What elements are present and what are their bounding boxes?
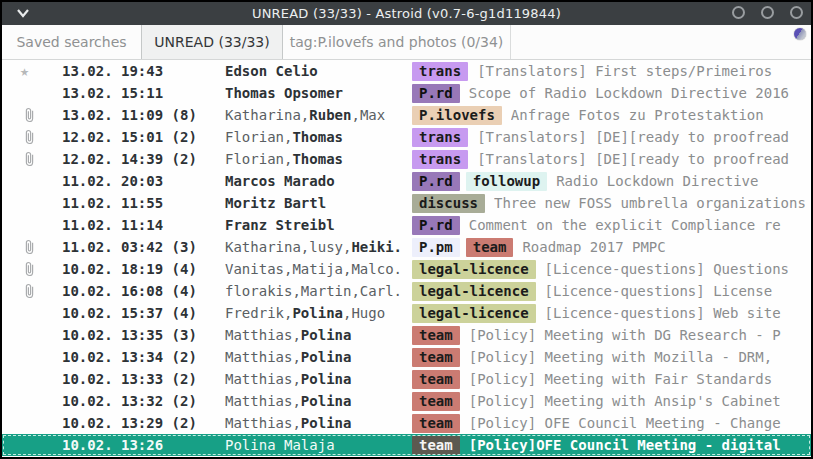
thread-subject: [Translators] First steps/Primeiros — [477, 63, 811, 79]
thread-date: 10.02. 13:29 (2) — [62, 415, 225, 431]
tag-legal-licence: legal-licence — [412, 260, 536, 279]
tab-saved-searches[interactable]: Saved searches — [2, 25, 141, 59]
attachment-icon — [24, 151, 35, 167]
thread-row[interactable]: 10.02. 16:08 (4) florakis,Martin,Carl. l… — [2, 280, 811, 302]
thread-subject: [Policy]OFE Council Meeting - digital — [469, 437, 811, 453]
tag-team: team — [412, 348, 460, 367]
thread-authors: Matthias,Polina — [225, 415, 412, 431]
thread-date: 10.02. 16:08 (4) — [62, 283, 225, 299]
tag-legal-licence: legal-licence — [412, 282, 536, 301]
tag-team: team — [412, 370, 460, 389]
author-name: Thomas — [292, 129, 343, 145]
tag-P.rd: P.rd — [412, 172, 460, 191]
row-icon-cell — [2, 107, 62, 123]
thread-date: 12.02. 15:01 (2) — [62, 129, 225, 145]
row-icon-cell — [2, 129, 62, 145]
author-name: Matthias, — [225, 371, 301, 387]
thread-date: 11.02. 03:42 (3) — [62, 239, 225, 255]
window-control-button[interactable] — [761, 6, 774, 19]
thread-date: 12.02. 14:39 (2) — [62, 151, 225, 167]
author-name: Franz Streibl — [225, 217, 335, 233]
attachment-icon — [24, 107, 35, 123]
author-name: Thomas — [292, 151, 343, 167]
thread-date: 13.02. 11:09 (8) — [62, 107, 225, 123]
thread-tags: P.rd — [412, 84, 460, 103]
thread-row[interactable]: 11.02. 03:42 (3) Katharina,lusy,Heiki. P… — [2, 236, 811, 258]
thread-authors: Polina Malaja — [225, 437, 412, 453]
thread-tags: legal-licence — [412, 260, 536, 279]
thread-row[interactable]: 10.02. 13:33 (2) Matthias,Polina team [P… — [2, 368, 811, 390]
thread-row[interactable]: 10.02. 13:26 Polina Malaja team [Policy]… — [2, 434, 811, 456]
thread-tags: P.rdfollowup — [412, 172, 547, 191]
attachment-icon — [24, 261, 35, 277]
thread-row[interactable]: 13.02. 11:09 (8) Katharina,Ruben,Max P.i… — [2, 104, 811, 126]
thread-date: 10.02. 15:37 (4) — [62, 305, 225, 321]
attachment-icon — [24, 129, 35, 145]
tag-team: team — [412, 326, 460, 345]
thread-row[interactable]: 11.02. 11:55 Moritz Bartl discuss Three … — [2, 192, 811, 214]
thread-authors: Florian,Thomas — [225, 129, 412, 145]
thread-authors: Matthias,Polina — [225, 327, 412, 343]
author-name: Polina — [301, 393, 352, 409]
tag-followup: followup — [466, 172, 547, 191]
thread-row[interactable]: 10.02. 13:35 (3) Matthias,Polina team [P… — [2, 324, 811, 346]
thread-row[interactable]: 13.02. 15:11 Thomas Opsomer P.rd Scope o… — [2, 82, 811, 104]
tag-P.pm: P.pm — [412, 238, 460, 257]
window-control-button[interactable] — [790, 6, 803, 19]
tag-legal-licence: legal-licence — [412, 304, 536, 323]
author-name: Polina — [301, 349, 352, 365]
thread-subject: [Policy] OFE Council Meeting - Change — [469, 415, 811, 431]
author-name: Matthias, — [225, 393, 301, 409]
thread-row[interactable]: 11.02. 20:03 Marcos Marado P.rdfollowup … — [2, 170, 811, 192]
author-name: Ruben — [309, 107, 351, 123]
window-control-button[interactable] — [732, 6, 745, 19]
thread-subject: Scope of Radio Lockdown Directive 2016 — [469, 85, 811, 101]
tag-discuss: discuss — [412, 194, 485, 213]
thread-subject: [Licence-questions] License — [545, 283, 811, 299]
tab-unread[interactable]: UNREAD (33/33) — [141, 25, 283, 59]
thread-row[interactable]: 12.02. 14:39 (2) Florian,Thomas trans [T… — [2, 148, 811, 170]
thread-date: 11.02. 11:14 — [62, 217, 225, 233]
thread-subject: [Policy] Meeting with Mozilla - DRM, — [469, 349, 811, 365]
thread-authors: Florian,Thomas — [225, 151, 412, 167]
thread-tags: P.pmteam — [412, 238, 513, 257]
thread-row[interactable]: 10.02. 18:19 (4) Vanitas,Matija,Malco. l… — [2, 258, 811, 280]
thread-row[interactable]: 10.02. 13:29 (2) Matthias,Polina team [P… — [2, 412, 811, 434]
thread-row[interactable]: 12.02. 15:01 (2) Florian,Thomas trans [T… — [2, 126, 811, 148]
thread-subject: Three new FOSS umbrella organizations — [494, 195, 811, 211]
thread-list: ★ 13.02. 19:43 Edson Celio trans [Transl… — [2, 60, 811, 457]
thread-row[interactable]: ★ 13.02. 19:43 Edson Celio trans [Transl… — [2, 60, 811, 82]
thread-row[interactable]: 10.02. 13:34 (2) Matthias,Polina team [P… — [2, 346, 811, 368]
thread-row[interactable]: 10.02. 15:37 (4) Fredrik,Polina,Hugo leg… — [2, 302, 811, 324]
thread-authors: Thomas Opsomer — [225, 85, 412, 101]
thread-subject: [Licence-questions] Web site — [545, 305, 811, 321]
thread-date: 13.02. 19:43 — [62, 63, 225, 79]
thread-authors: Matthias,Polina — [225, 371, 412, 387]
thread-tags: legal-licence — [412, 304, 536, 323]
attachment-icon — [24, 239, 35, 255]
thread-tags: team — [412, 348, 460, 367]
chevron-down-icon[interactable] — [16, 8, 30, 18]
tab-ilovefs-photos[interactable]: tag:P.ilovefs and photos (0/34) — [283, 25, 511, 59]
thread-tags: trans — [412, 128, 468, 147]
star-icon: ★ — [20, 64, 29, 79]
thread-authors: Katharina,lusy,Heiki. — [225, 239, 412, 255]
thread-authors: Franz Streibl — [225, 217, 412, 233]
row-icon-cell — [2, 283, 62, 299]
thread-tags: trans — [412, 150, 468, 169]
thread-tags: team — [412, 414, 460, 433]
author-name: Marcos Marado — [225, 173, 335, 189]
author-name: Florian, — [225, 129, 292, 145]
tab-bar: Saved searches UNREAD (33/33) tag:P.ilov… — [2, 25, 811, 60]
thread-row[interactable]: 10.02. 13:32 (2) Matthias,Polina team [P… — [2, 390, 811, 412]
thread-tags: discuss — [412, 194, 485, 213]
tag-team: team — [466, 238, 514, 257]
thread-row[interactable]: 11.02. 11:14 Franz Streibl P.rd Comment … — [2, 214, 811, 236]
thread-subject: Comment on the explicit Compliance re — [469, 217, 811, 233]
author-name: Florian, — [225, 151, 292, 167]
thread-authors: Matthias,Polina — [225, 393, 412, 409]
thread-authors: Vanitas,Matija,Malco. — [225, 261, 412, 277]
thread-authors: Moritz Bartl — [225, 195, 412, 211]
thread-authors: Katharina,Ruben,Max — [225, 107, 412, 123]
author-name: Moritz Bartl — [225, 195, 326, 211]
